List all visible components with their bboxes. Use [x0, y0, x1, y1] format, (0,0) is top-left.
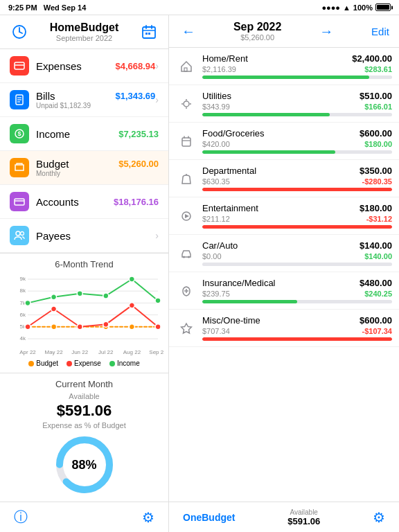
status-right: ●●●● ▲ 100%: [321, 3, 391, 12]
edit-button[interactable]: Edit: [371, 26, 389, 37]
settings-icon-right[interactable]: ⚙: [373, 509, 385, 526]
menu-item-budget[interactable]: Budget $5,260.00 Monthly: [0, 151, 168, 185]
chevron-icon-payees: ›: [155, 230, 159, 241]
budget-spent-car-auto: $0.00: [202, 252, 222, 260]
budget-spent-home-rent: $2,116.39: [202, 65, 236, 73]
info-icon[interactable]: ⓘ: [14, 508, 28, 526]
svg-point-49: [129, 303, 134, 308]
menu-content-payees: Payees: [36, 230, 155, 242]
budget-spent-misc-one-time: $707.34: [202, 327, 230, 335]
budget-spent-departmental: $630.35: [202, 177, 230, 186]
budget-icon-misc-one-time: [176, 318, 197, 339]
svg-text:4k: 4k: [20, 335, 26, 342]
budget-amount-food-groceries: $600.00: [360, 128, 392, 139]
svg-text:6k: 6k: [20, 312, 26, 318]
budget-content-insurance-medical: Insurance/Medical $480.00 $239.75 $240.2…: [202, 278, 392, 303]
menu-item-expenses[interactable]: Expenses $4,668.94 ›: [0, 49, 168, 83]
next-month-button[interactable]: →: [317, 24, 336, 39]
menu-item-accounts[interactable]: Accounts $18,176.16: [0, 185, 168, 219]
progress-bar-fill-home-rent: [202, 76, 369, 79]
budget-list: Home/Rent $2,400.00 $2,116.39 $283.61 Ut…: [169, 48, 399, 502]
budget-icon-insurance-medical: [176, 281, 197, 301]
calendar-icon[interactable]: [138, 21, 160, 43]
svg-point-47: [77, 324, 82, 330]
budget-icon-car-auto: [176, 243, 197, 264]
svg-point-40: [51, 324, 57, 330]
chevron-icon-expenses: ›: [155, 60, 159, 71]
menu-item-bills[interactable]: Bills $1,343.69 Unpaid $1,182.39 ›: [0, 83, 168, 117]
tab-bar: ⓘ ⚙ OneBudget Available $591.06 ⚙: [0, 502, 399, 532]
app-header: HomeBudget September 2022: [0, 15, 168, 49]
progress-bar-fill-insurance-medical: [202, 300, 297, 303]
svg-point-76: [188, 256, 190, 258]
budget-content-departmental: Departmental $350.00 $630.35 -$280.35: [202, 166, 392, 191]
signal-icon: ●●●●: [321, 3, 340, 12]
budget-icon-entertainment: [176, 206, 197, 227]
svg-rect-71: [182, 138, 190, 146]
budget-row-departmental[interactable]: Departmental $350.00 $630.35 -$280.35: [169, 160, 399, 197]
budget-row-entertainment[interactable]: Entertainment $180.00 $211.12 -$31.12: [169, 197, 399, 235]
menu-label-accounts: Accounts: [36, 196, 79, 208]
status-time: 9:25 PM Wed Sep 14: [8, 3, 86, 12]
budget-icon-food-groceries: [176, 131, 197, 152]
app-subtitle: September 2022: [50, 34, 119, 42]
donut-container: 88%: [6, 434, 163, 496]
tab-left: ⓘ ⚙: [0, 502, 169, 532]
right-header: ← Sep 2022 $5,260.00 → Edit: [169, 15, 399, 48]
chart-container: 4k5k6k7k8k9k Apr 22May 22Jun 22Jul 22Aug…: [6, 274, 163, 357]
settings-icon-left[interactable]: ⚙: [142, 509, 154, 526]
budget-content-utilities: Utilities $510.00 $343.99 $166.01: [202, 91, 392, 116]
brand-name: OneBudget: [183, 512, 235, 523]
budget-row-utilities[interactable]: Utilities $510.00 $343.99 $166.01: [169, 85, 399, 123]
budget-spent-food-groceries: $420.00: [202, 140, 230, 148]
month-title-block: Sep 2022 $5,260.00: [233, 21, 281, 42]
budget-icon-home-rent: [176, 56, 197, 77]
clock-icon[interactable]: [8, 21, 30, 43]
budget-icon-departmental: [176, 168, 197, 189]
svg-marker-79: [181, 323, 192, 333]
budget-name-utilities: Utilities: [202, 91, 231, 101]
tab-available-label: Available: [287, 508, 320, 516]
budget-content-misc-one-time: Misc/One-time $600.00 $707.34 -$107.34: [202, 315, 392, 341]
budget-row-misc-one-time[interactable]: Misc/One-time $600.00 $707.34 -$107.34: [169, 310, 399, 347]
progress-bar-bg-misc-one-time: [202, 337, 392, 341]
svg-point-46: [51, 306, 57, 312]
svg-text:Jun 22: Jun 22: [71, 349, 89, 355]
menu-label-income: Income: [36, 128, 70, 140]
progress-bar-bg-insurance-medical: [202, 300, 392, 303]
legend-expense: Expense: [66, 360, 101, 367]
progress-bar-bg-home-rent: [202, 76, 392, 79]
budget-row-home-rent[interactable]: Home/Rent $2,400.00 $2,116.39 $283.61: [169, 48, 399, 85]
menu-item-payees[interactable]: Payees ›: [0, 219, 168, 253]
progress-bar-bg-departmental: [202, 188, 392, 191]
budget-name-misc-one-time: Misc/One-time: [202, 315, 260, 326]
budget-row-food-groceries[interactable]: Food/Groceries $600.00 $420.00 $180.00: [169, 123, 399, 160]
month-budget: $5,260.00: [233, 33, 281, 42]
budget-row-insurance-medical[interactable]: Insurance/Medical $480.00 $239.75 $240.2…: [169, 272, 399, 310]
budget-content-home-rent: Home/Rent $2,400.00 $2,116.39 $283.61: [202, 53, 392, 79]
svg-point-75: [183, 256, 185, 258]
available-amount: $591.06: [6, 402, 163, 420]
menu-item-income[interactable]: $ Income $7,235.13: [0, 117, 168, 151]
progress-bar-fill-entertainment: [202, 225, 392, 229]
budget-amount-misc-one-time: $600.00: [360, 315, 392, 326]
svg-text:May 22: May 22: [44, 349, 63, 355]
svg-point-45: [25, 324, 30, 330]
app-title-block: HomeBudget September 2022: [50, 21, 119, 42]
budget-name-home-rent: Home/Rent: [202, 53, 248, 64]
svg-rect-8: [148, 33, 150, 35]
expense-pct-label: Expense as % of Budget: [6, 421, 163, 429]
budget-amount-entertainment: $180.00: [360, 203, 392, 213]
budget-row-car-auto[interactable]: Car/Auto $140.00 $0.00 $140.00: [169, 235, 399, 272]
tab-right: OneBudget Available $591.06 ⚙: [169, 502, 399, 532]
svg-point-54: [103, 293, 109, 299]
month-title: Sep 2022: [233, 21, 281, 33]
wifi-icon: ▲: [343, 3, 351, 12]
chart-legend: BudgetExpenseIncome: [6, 360, 163, 367]
budget-diff-utilities: $166.01: [364, 103, 392, 111]
menu-sub-bills: Unpaid $1,182.39: [36, 102, 155, 109]
menu-value-accounts: $18,176.16: [114, 197, 159, 207]
right-panel: ← Sep 2022 $5,260.00 → Edit Home/Rent $2…: [169, 15, 399, 502]
svg-point-52: [51, 294, 57, 300]
prev-month-button[interactable]: ←: [179, 24, 198, 39]
